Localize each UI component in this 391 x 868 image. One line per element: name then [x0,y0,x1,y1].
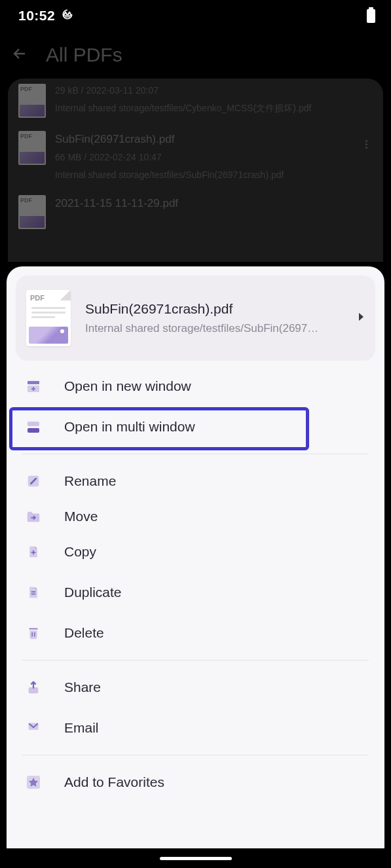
menu-label: Email [64,720,99,736]
chevron-right-icon [358,312,365,324]
share-icon [25,679,42,696]
menu-open-multi-window[interactable]: Open in multi window [7,407,384,447]
menu-share[interactable]: Share [7,667,384,708]
divider [22,755,369,755]
move-icon [25,508,42,525]
svg-rect-7 [29,628,38,630]
new-window-icon [25,378,42,395]
gesture-nav-bar [0,848,391,868]
sheet-filepath: Internal shared storage/testfiles/SubFin… [85,322,344,335]
multi-window-icon [25,418,42,435]
divider [22,454,369,454]
sheet-filename: SubFin(26971crash).pdf [85,301,344,317]
copy-icon [25,543,42,560]
menu-duplicate[interactable]: Duplicate [7,572,384,613]
menu-label: Delete [64,625,104,641]
menu-label: Copy [64,544,96,560]
svg-rect-6 [31,594,36,595]
menu-label: Rename [64,473,116,489]
svg-rect-0 [28,381,39,384]
svg-rect-5 [31,591,36,592]
menu-label: Open in new window [64,378,191,394]
status-time: 10:52 [18,8,55,24]
battery-icon [367,9,375,23]
svg-rect-2 [28,422,39,426]
email-icon [25,719,42,736]
menu-email[interactable]: Email [7,708,384,748]
menu-move[interactable]: Move [7,501,384,532]
menu-label: Move [64,509,98,524]
menu-label: Add to Favorites [64,774,164,790]
sync-icon [62,9,73,23]
svg-rect-3 [28,428,39,433]
duplicate-icon [25,584,42,601]
delete-icon [25,624,42,642]
menu-copy[interactable]: Copy [7,532,384,572]
divider [22,660,369,660]
status-bar: 10:52 [0,0,391,31]
sheet-file-header[interactable]: PDF SubFin(26971crash).pdf Internal shar… [16,276,375,361]
menu-rename[interactable]: Rename [7,461,384,501]
menu-label: Duplicate [64,585,122,600]
menu-label: Share [64,679,101,695]
star-icon [25,774,42,791]
rename-icon [25,473,42,490]
menu-label: Open in multi window [64,419,195,435]
pdf-thumbnail-icon: PDF [26,290,71,346]
action-sheet: PDF SubFin(26971crash).pdf Internal shar… [7,266,384,848]
menu-delete[interactable]: Delete [7,613,384,653]
menu-open-new-window[interactable]: Open in new window [7,366,384,407]
home-indicator[interactable] [160,857,232,860]
menu-add-favorites[interactable]: Add to Favorites [7,762,384,803]
